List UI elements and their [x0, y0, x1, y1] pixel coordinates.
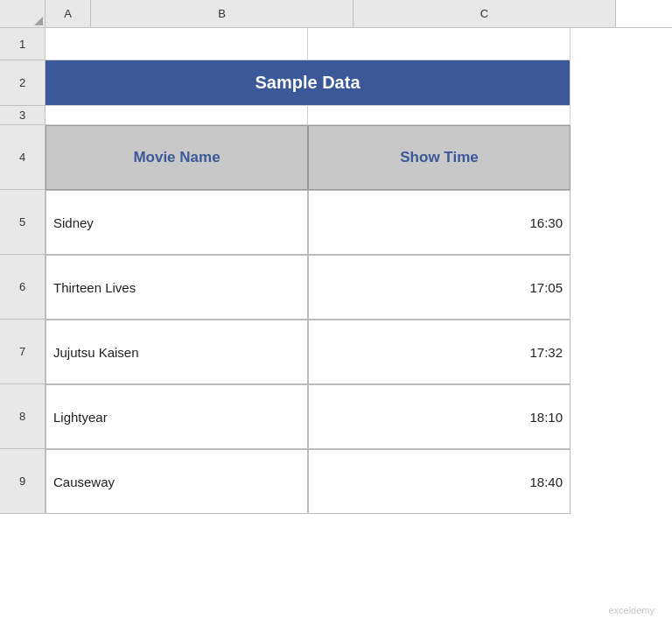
cell-b3[interactable] [46, 106, 308, 125]
table-row-5: Causeway 18:40 [46, 449, 672, 514]
sample-data-header: Sample Data [46, 60, 570, 106]
show-time-3[interactable]: 17:32 [308, 320, 570, 384]
movie-name-2[interactable]: Thirteen Lives [46, 255, 308, 320]
content-area: Sample Data Movie Name Show Time Sidney … [46, 28, 672, 633]
movie-name-5[interactable]: Causeway [46, 449, 308, 514]
grid-body: 1 2 3 4 5 6 7 8 9 Sample Data [0, 28, 672, 633]
row-1 [46, 28, 672, 60]
col-header-b: B [91, 0, 354, 28]
row-num-9: 9 [0, 449, 46, 514]
col-header-c: C [354, 0, 616, 28]
show-time-5[interactable]: 18:40 [308, 449, 570, 514]
table-row-2: Thirteen Lives 17:05 [46, 255, 672, 320]
movie-name-1[interactable]: Sidney [46, 190, 308, 255]
row-num-5: 5 [0, 190, 46, 255]
cell-c3[interactable] [308, 106, 570, 125]
row-num-4: 4 [0, 125, 46, 190]
show-time-1[interactable]: 16:30 [308, 190, 570, 255]
spreadsheet: A B C 1 2 3 4 5 6 7 8 9 Sample Data [0, 0, 672, 633]
row-2: Sample Data [46, 60, 672, 106]
show-time-4[interactable]: 18:10 [308, 384, 570, 449]
movie-name-header: Movie Name [46, 125, 308, 190]
table-row-1: Sidney 16:30 [46, 190, 672, 255]
show-time-header: Show Time [308, 125, 570, 190]
row-3 [46, 106, 672, 125]
row-numbers: 1 2 3 4 5 6 7 8 9 [0, 28, 46, 633]
movie-name-3[interactable]: Jujutsu Kaisen [46, 320, 308, 384]
row-num-2: 2 [0, 60, 46, 106]
row-num-8: 8 [0, 384, 46, 449]
col-header-a: A [46, 0, 91, 28]
cell-b1[interactable] [46, 28, 308, 60]
table-row-4: Lightyear 18:10 [46, 384, 672, 449]
column-headers-row: A B C [0, 0, 672, 28]
corner-cell [0, 0, 46, 28]
movie-name-4[interactable]: Lightyear [46, 384, 308, 449]
row-num-6: 6 [0, 255, 46, 320]
table-header-row: Movie Name Show Time [46, 125, 672, 190]
row-num-7: 7 [0, 320, 46, 384]
show-time-2[interactable]: 17:05 [308, 255, 570, 320]
cell-c1[interactable] [308, 28, 570, 60]
row-num-3: 3 [0, 106, 46, 125]
row-num-1: 1 [0, 28, 46, 60]
table-row-3: Jujutsu Kaisen 17:32 [46, 320, 672, 384]
